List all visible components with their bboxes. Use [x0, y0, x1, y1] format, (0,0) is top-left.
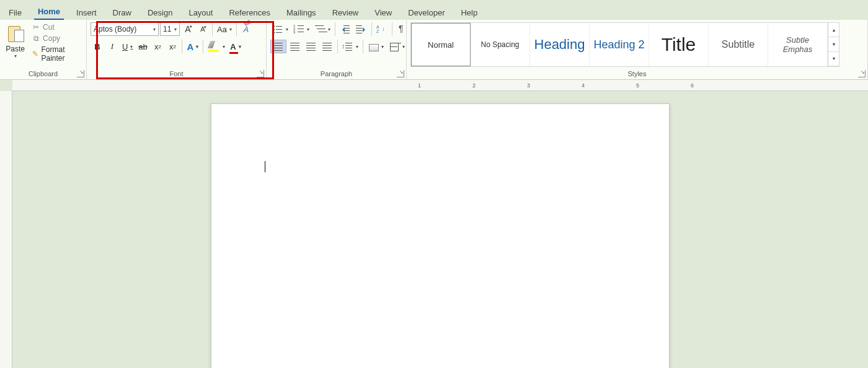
- tab-review[interactable]: Review: [329, 4, 363, 20]
- ruler-tick: 4: [582, 82, 585, 89]
- vertical-ruler[interactable]: [0, 91, 12, 368]
- style-heading-2[interactable]: Heading 2: [590, 23, 649, 66]
- tab-references[interactable]: References: [225, 4, 273, 20]
- tab-draw[interactable]: Draw: [109, 4, 135, 20]
- tab-design[interactable]: Design: [144, 4, 176, 20]
- font-dialog-launcher[interactable]: ↘: [257, 70, 264, 77]
- style-subtitle[interactable]: Subtitle: [709, 23, 768, 66]
- clear-formatting-button[interactable]: A: [239, 22, 253, 36]
- copy-icon: ⧉: [32, 34, 40, 43]
- bullets-icon: [272, 24, 283, 34]
- line-spacing-icon: [342, 42, 353, 51]
- tab-mailings[interactable]: Mailings: [283, 4, 320, 20]
- subscript-button[interactable]: x2: [151, 40, 164, 53]
- numbering-button[interactable]: ▾: [291, 22, 311, 36]
- sort-button[interactable]: [374, 22, 389, 36]
- align-left-button[interactable]: [270, 40, 286, 53]
- bullets-button[interactable]: ▾: [270, 22, 290, 36]
- format-painter-button[interactable]: ✎ Format Painter: [30, 45, 82, 63]
- style-subtle-emphasis[interactable]: Subtle Emphas: [768, 23, 828, 66]
- horizontal-ruler[interactable]: 123456: [12, 80, 868, 91]
- style-label: Normal: [428, 40, 454, 50]
- font-color-button[interactable]: A▾: [228, 40, 242, 53]
- separator: [363, 40, 363, 53]
- tab-layout[interactable]: Layout: [185, 4, 216, 20]
- justify-button[interactable]: [320, 40, 335, 53]
- tab-help[interactable]: Help: [457, 4, 481, 20]
- separator: [182, 40, 182, 53]
- separator: [236, 22, 237, 36]
- tab-file[interactable]: File: [5, 4, 25, 20]
- tab-home[interactable]: Home: [34, 3, 64, 20]
- font-size-value: 11: [163, 25, 171, 33]
- document-viewport[interactable]: [12, 91, 868, 368]
- line-spacing-button[interactable]: ▾: [340, 40, 360, 53]
- tab-insert[interactable]: Insert: [73, 4, 100, 20]
- style-no-spacing[interactable]: No Spacing: [471, 23, 530, 66]
- separator: [337, 40, 338, 53]
- text-effects-button[interactable]: A▾: [185, 40, 200, 53]
- group-label-clipboard: Clipboard: [4, 69, 82, 79]
- cut-label: Cut: [43, 23, 55, 32]
- decrease-indent-icon: [340, 24, 351, 34]
- ruler-tick: 1: [418, 82, 421, 89]
- multilevel-list-button[interactable]: ▾: [312, 22, 332, 36]
- shading-button[interactable]: ▾: [366, 40, 386, 53]
- separator: [203, 40, 203, 53]
- align-right-icon: [306, 42, 317, 51]
- format-painter-label: Format Painter: [41, 45, 81, 63]
- group-label-font: Font: [91, 69, 262, 79]
- style-label: Subtle Emphas: [771, 35, 825, 54]
- style-title[interactable]: Title: [649, 23, 709, 66]
- tab-developer[interactable]: Developer: [404, 4, 448, 20]
- align-center-button[interactable]: [288, 40, 303, 53]
- chevron-down-icon: ▾: [174, 27, 177, 32]
- paste-label: Paste: [6, 45, 25, 53]
- shrink-font-button[interactable]: A: [196, 22, 210, 36]
- grow-font-button[interactable]: A: [181, 22, 195, 36]
- numbering-icon: [293, 24, 304, 34]
- separator: [371, 22, 372, 36]
- strikethrough-button[interactable]: ab: [136, 40, 149, 53]
- font-size-select[interactable]: 11 ▾: [160, 22, 180, 36]
- work-area: 123456: [0, 80, 868, 368]
- change-case-button[interactable]: Aa▾: [215, 22, 234, 36]
- increase-indent-button[interactable]: [354, 22, 369, 36]
- brush-icon: ✎: [32, 50, 38, 58]
- cut-button: ✂ Cut: [30, 22, 82, 32]
- superscript-button[interactable]: x2: [166, 40, 179, 53]
- copy-label: Copy: [43, 34, 60, 43]
- group-font: Aptos (Body) ▾ 11 ▾ A A Aa▾ A B: [87, 20, 267, 79]
- decrease-indent-button[interactable]: [338, 22, 353, 36]
- align-right-button[interactable]: [304, 40, 319, 53]
- text-cursor: [265, 161, 265, 172]
- gallery-more-button[interactable]: ▾: [828, 52, 839, 66]
- style-normal[interactable]: Normal: [411, 23, 471, 66]
- borders-icon: [389, 42, 400, 51]
- clipboard-dialog-launcher[interactable]: ↘: [77, 70, 84, 77]
- gallery-up-button[interactable]: ▴: [828, 23, 839, 37]
- increase-indent-icon: [356, 24, 367, 34]
- paragraph-dialog-launcher[interactable]: ↘: [397, 70, 404, 77]
- separator: [212, 22, 213, 36]
- tab-view[interactable]: View: [371, 4, 396, 20]
- ruler-tick: 3: [527, 82, 530, 89]
- gallery-down-button[interactable]: ▾: [828, 37, 839, 51]
- font-name-select[interactable]: Aptos (Body) ▾: [91, 22, 159, 36]
- styles-dialog-launcher[interactable]: ↘: [858, 70, 866, 77]
- italic-button[interactable]: I: [105, 40, 119, 53]
- chevron-down-icon: ▾: [153, 27, 156, 32]
- ribbon: Paste ▾ ✂ Cut ⧉ Copy ✎ Format Painter Cl…: [0, 20, 868, 80]
- style-label: No Spacing: [480, 40, 519, 49]
- style-heading-1[interactable]: Heading: [530, 23, 590, 66]
- bold-button[interactable]: B: [91, 40, 104, 53]
- chevron-down-icon[interactable]: ▾: [14, 53, 17, 59]
- highlight-color-button[interactable]: ▾: [206, 40, 227, 53]
- styles-gallery: NormalNo SpacingHeadingHeading 2TitleSub…: [410, 22, 839, 67]
- paste-button[interactable]: Paste ▾: [4, 22, 27, 60]
- document-page[interactable]: [211, 103, 670, 368]
- separator: [335, 22, 335, 36]
- underline-button[interactable]: U▾: [120, 40, 135, 53]
- group-styles: NormalNo SpacingHeadingHeading 2TitleSub…: [407, 20, 868, 79]
- borders-button[interactable]: ▾: [387, 40, 407, 53]
